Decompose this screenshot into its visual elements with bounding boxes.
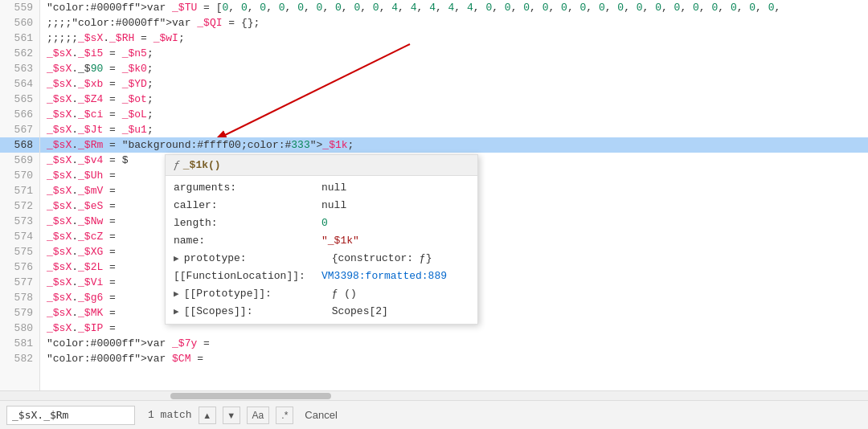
tooltip-row-5: [[FunctionLocation]]:VM3398:formatted:88… [166, 268, 477, 285]
match-count: 1 match [148, 409, 192, 421]
line-number-579: 579 [0, 305, 39, 321]
search-prev-button[interactable]: ▲ [199, 407, 216, 424]
expand-arrow-4: ▶ [174, 250, 179, 268]
code-line-581: "color:#0000ff">var _$7y = [40, 336, 868, 351]
line-number-578: 578 [0, 290, 39, 305]
tooltip-key-7: [[Scopes]]: [184, 303, 329, 321]
line-number-567: 567 [0, 122, 39, 137]
line-numbers: 5595605615625635645655665675685695705715… [0, 0, 40, 390]
tooltip-row-6[interactable]: ▶[[Prototype]]:ƒ () [166, 285, 477, 303]
line-number-569: 569 [0, 153, 39, 168]
line-number-568: 568 [0, 137, 39, 153]
line-number-563: 563 [0, 61, 39, 76]
tooltip-key-0: arguments: [174, 179, 318, 197]
tooltip-popup: ƒ_$1k()arguments:nullcaller:nulllength:0… [165, 154, 478, 325]
line-number-580: 580 [0, 321, 39, 336]
match-case-button[interactable]: Aa [247, 407, 270, 424]
line-number-564: 564 [0, 76, 39, 92]
code-line-560: ;;;;"color:#0000ff">var _$QI = {}; [40, 15, 868, 31]
search-next-button[interactable]: ▼ [223, 407, 240, 424]
tooltip-row-0: arguments:null [166, 179, 477, 197]
line-number-582: 582 [0, 351, 39, 366]
tooltip-value-0: null [321, 179, 346, 197]
code-line-562: _$sX._$i5 = _$n5; [40, 46, 868, 61]
line-number-565: 565 [0, 92, 39, 107]
code-line-563: _$sX._$90 = _$k0; [40, 61, 868, 76]
cancel-search-button[interactable]: Cancel [300, 409, 342, 421]
tooltip-key-5: [[FunctionLocation]]: [174, 268, 318, 285]
tooltip-value-5: VM3398:formatted:889 [321, 268, 447, 285]
code-line-567: _$sX._$Jt = _$u1; [40, 122, 868, 137]
line-number-577: 577 [0, 275, 39, 290]
search-input-wrapper [6, 406, 135, 425]
code-line-565: _$sX._$Z4 = _$ot; [40, 92, 868, 107]
expand-arrow-7: ▶ [174, 303, 179, 321]
tooltip-key-4: prototype: [184, 250, 329, 268]
tooltip-value-1: null [321, 197, 346, 214]
line-number-560: 560 [0, 15, 39, 31]
line-number-571: 571 [0, 183, 39, 198]
tooltip-key-6: [[Prototype]]: [184, 285, 329, 303]
code-line-564: _$sX._$xb = _$YD; [40, 76, 868, 92]
code-line-559: "color:#0000ff">var _$TU = [0, 0, 0, 0, … [40, 0, 868, 15]
line-number-572: 572 [0, 198, 39, 214]
tooltip-row-2: length:0 [166, 214, 477, 232]
line-number-574: 574 [0, 229, 39, 244]
code-line-582: "color:#0000ff">var $CM = [40, 351, 868, 366]
tooltip-value-3: "_$1k" [321, 232, 359, 250]
horizontal-scrollbar[interactable] [0, 390, 868, 400]
code-line-568: _$sX._$Rm = "background:#ffff00;color:#3… [40, 137, 868, 153]
line-number-570: 570 [0, 168, 39, 183]
line-number-559: 559 [0, 0, 39, 15]
tooltip-key-1: caller: [174, 197, 318, 214]
line-number-561: 561 [0, 31, 39, 46]
tooltip-body: arguments:nullcaller:nulllength:0name:"_… [166, 176, 477, 324]
tooltip-value-4: {constructor: ƒ} [332, 250, 432, 268]
tooltip-row-3: name:"_$1k" [166, 232, 477, 250]
tooltip-row-4[interactable]: ▶prototype:{constructor: ƒ} [166, 250, 477, 268]
line-number-581: 581 [0, 336, 39, 351]
tooltip-value-7: Scopes[2] [332, 303, 388, 321]
tooltip-value-6: ƒ () [332, 285, 357, 303]
tooltip-header: ƒ_$1k() [166, 155, 477, 176]
tooltip-row-7[interactable]: ▶[[Scopes]]:Scopes[2] [166, 303, 477, 321]
tooltip-key-2: length: [174, 214, 318, 232]
expand-arrow-6: ▶ [174, 285, 179, 303]
editor-container: 5595605615625635645655665675685695705715… [0, 0, 868, 429]
regex-button[interactable]: .* [276, 407, 293, 424]
line-number-573: 573 [0, 214, 39, 229]
line-number-575: 575 [0, 244, 39, 259]
tooltip-value-2: 0 [321, 214, 328, 232]
scrollbar-thumb[interactable] [170, 393, 331, 399]
search-input[interactable] [12, 409, 125, 421]
tooltip-row-1: caller:null [166, 197, 477, 214]
code-line-561: ;;;;;_$sX._$RH = _$wI; [40, 31, 868, 46]
tooltip-key-3: name: [174, 232, 318, 250]
line-number-566: 566 [0, 107, 39, 122]
search-bar: 1 match ▲ ▼ Aa .* Cancel [0, 400, 868, 429]
code-line-566: _$sX._$ci = _$oL; [40, 107, 868, 122]
line-number-562: 562 [0, 46, 39, 61]
line-number-576: 576 [0, 259, 39, 275]
